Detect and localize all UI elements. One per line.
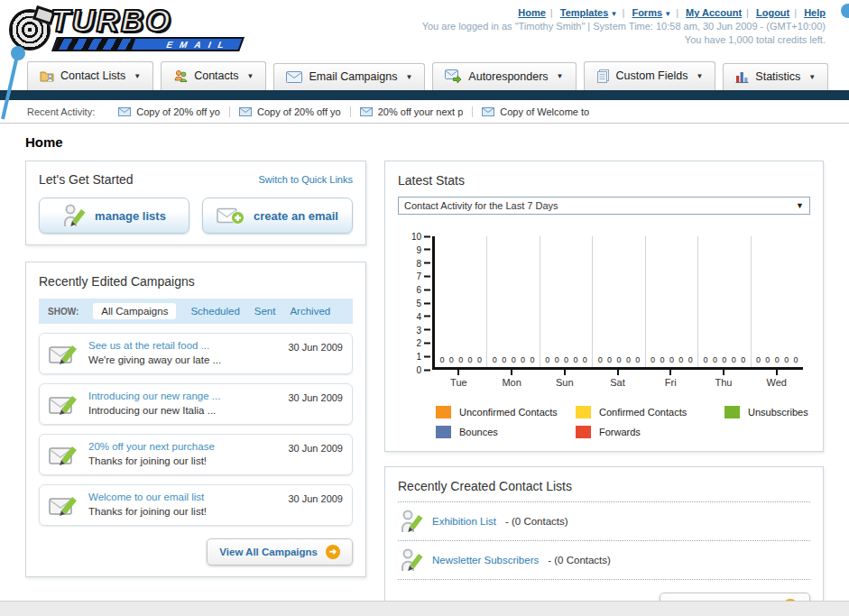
campaign-card[interactable]: 20% off your next purchase Thanks for jo… <box>39 434 353 475</box>
logo-title: TURBO <box>51 3 171 39</box>
envelope-arrow-icon <box>445 69 462 83</box>
page-footer <box>0 601 849 616</box>
envelope-pencil-icon <box>49 342 79 365</box>
campaign-title-link[interactable]: Introducing our new range ... <box>88 391 279 401</box>
tab-statistics[interactable]: Statistics ▼ <box>723 63 828 90</box>
stats-period-select[interactable]: Contact Activity for the Last 7 Days ▼ <box>398 197 810 215</box>
blue-dot-decoration <box>841 4 849 18</box>
envelope-icon <box>360 107 373 116</box>
campaigns-title: Recently Edited Campaigns <box>39 274 195 289</box>
y-axis-tick: 1 <box>416 352 430 362</box>
campaign-card[interactable]: Welcome to our email list Thanks for joi… <box>39 484 353 526</box>
person-pencil-icon <box>62 203 86 228</box>
recent-activity-item[interactable]: Copy of 20% off yo <box>230 106 351 117</box>
x-axis-label: Sun <box>538 370 591 388</box>
campaign-date: 30 Jun 2009 <box>288 443 343 454</box>
campaign-info: See us at the retail food ... We're givi… <box>88 340 279 367</box>
main-content: Home Let's Get Started Switch to Quick L… <box>0 124 849 616</box>
contact-list-link[interactable]: Newsletter Subscribers <box>432 555 539 565</box>
campaign-title-link[interactable]: See us at the retail food ... <box>88 340 279 351</box>
nav-separator: | <box>550 7 553 18</box>
y-axis-tick: 10 <box>411 232 430 242</box>
recent-activity-item[interactable]: Copy of 20% off yo <box>109 106 230 117</box>
recent-activity-item[interactable]: 20% off your next p <box>351 106 474 117</box>
legend-swatch <box>436 426 451 438</box>
envelope-icon <box>239 107 252 116</box>
campaign-card[interactable]: Introducing our new range ... Introducin… <box>39 383 353 425</box>
contact-list-count: - (0 Contacts) <box>505 516 568 527</box>
campaign-title-link[interactable]: Welcome to our email list <box>88 492 279 502</box>
campaign-info: 20% off your next purchase Thanks for jo… <box>88 441 279 468</box>
x-axis-label: Fri <box>644 370 697 388</box>
chevron-down-icon[interactable]: ▼ <box>608 10 617 18</box>
y-axis-tick: 7 <box>416 271 430 281</box>
people-icon <box>173 69 188 83</box>
chart-day-group: 00000 <box>593 236 645 367</box>
y-axis-tick: 5 <box>416 299 430 308</box>
legend-item: Forwards <box>576 426 724 438</box>
person-pencil-icon <box>400 509 423 534</box>
tab-label: Contacts <box>194 69 238 82</box>
contact-list-rows: Exhibition List - (0 Contacts) Newsle <box>398 501 810 580</box>
arrow-right-icon: ➜ <box>326 545 340 559</box>
nav-separator: | <box>794 7 797 18</box>
contact-list-row[interactable]: Exhibition List - (0 Contacts) <box>398 501 810 540</box>
contact-lists-title: Recently Created Contact Lists <box>398 479 572 493</box>
y-axis-tick: 3 <box>416 325 430 335</box>
legend-item: Confirmed Contacts <box>576 406 724 418</box>
chart-day-group: 00000 <box>487 236 540 367</box>
credits-status: You have 1,000 total credits left. <box>422 34 826 45</box>
chevron-down-icon: ▼ <box>557 72 564 80</box>
chevron-down-icon: ▼ <box>405 73 412 81</box>
campaign-filterbar: SHOW: All Campaigns Scheduled Sent Archi… <box>39 299 353 324</box>
bar-chart-icon <box>735 70 749 83</box>
campaign-filter[interactable]: Archived <box>290 306 330 317</box>
bar-value-labels: 00000 <box>593 355 644 364</box>
bar-value-labels: 00000 <box>487 355 539 364</box>
view-all-campaigns-button[interactable]: View All Campaigns ➜ <box>207 538 353 565</box>
header-nav-link[interactable]: Forms <box>632 7 662 18</box>
contact-list-count: - (0 Contacts) <box>548 555 611 565</box>
legend-swatch <box>576 406 591 418</box>
chart-day-group: 00000 <box>698 236 751 367</box>
contact-activity-chart: 109876543210 000000000000000000000000000… <box>401 236 803 388</box>
tab-email-campaigns[interactable]: Email Campaigns ▼ <box>273 63 425 90</box>
header-nav-link[interactable]: My Account <box>686 7 742 18</box>
header-nav: Home| Templates ▼| Forms ▼| My Account| … <box>422 7 826 18</box>
legend-swatch <box>436 406 451 418</box>
y-axis-tick: 0 <box>416 365 430 375</box>
header-nav-link[interactable]: Home <box>518 7 546 18</box>
campaign-card[interactable]: See us at the retail food ... We're givi… <box>39 333 353 374</box>
campaign-filter[interactable]: Sent <box>254 306 276 317</box>
create-email-button[interactable]: create an email <box>202 198 353 234</box>
campaign-info: Welcome to our email list Thanks for joi… <box>88 492 279 519</box>
campaign-filter[interactable]: Scheduled <box>190 306 239 317</box>
switch-quick-links-link[interactable]: Switch to Quick Links <box>258 174 353 185</box>
chevron-down-icon[interactable]: ▼ <box>662 10 671 18</box>
tab-autoresponders[interactable]: Autoresponders ▼ <box>432 62 576 90</box>
contact-list-link[interactable]: Exhibition List <box>432 516 496 527</box>
envelope-plus-icon <box>217 207 245 225</box>
header-nav-link[interactable]: Logout <box>756 7 789 18</box>
logo-email-bar: EMAIL <box>51 37 245 51</box>
y-axis-tick: 2 <box>416 338 430 348</box>
tab-contact-lists[interactable]: Contact Lists ▼ <box>27 61 153 90</box>
campaign-filter[interactable]: All Campaigns <box>93 303 176 319</box>
tab-custom-fields[interactable]: Custom Fields ▼ <box>584 61 716 90</box>
chart-legend: Unconfirmed Contacts Confirmed Contacts … <box>436 406 810 438</box>
header-nav-link[interactable]: Help <box>804 7 826 18</box>
header-nav-link[interactable]: Templates <box>560 7 609 18</box>
recent-activity-item[interactable]: Copy of Welcome to <box>473 106 598 117</box>
manage-lists-button[interactable]: manage lists <box>39 198 189 234</box>
latest-stats-title: Latest Stats <box>398 173 465 188</box>
contact-list-row[interactable]: Newsletter Subscribers - (0 Contacts) <box>398 540 810 579</box>
campaign-date: 30 Jun 2009 <box>288 392 343 403</box>
chart-plot: 00000000000000000000000000000000000 <box>432 236 803 370</box>
x-axis-label: Tue <box>432 370 485 388</box>
chart-day-group: 00000 <box>540 236 593 367</box>
bar-value-labels: 00000 <box>646 355 697 364</box>
tab-contacts[interactable]: Contacts ▼ <box>161 61 266 90</box>
campaign-subtitle: We're giving away our late ... <box>88 354 221 365</box>
x-axis-label: Wed <box>750 370 803 388</box>
campaign-title-link[interactable]: 20% off your next purchase <box>88 441 279 452</box>
